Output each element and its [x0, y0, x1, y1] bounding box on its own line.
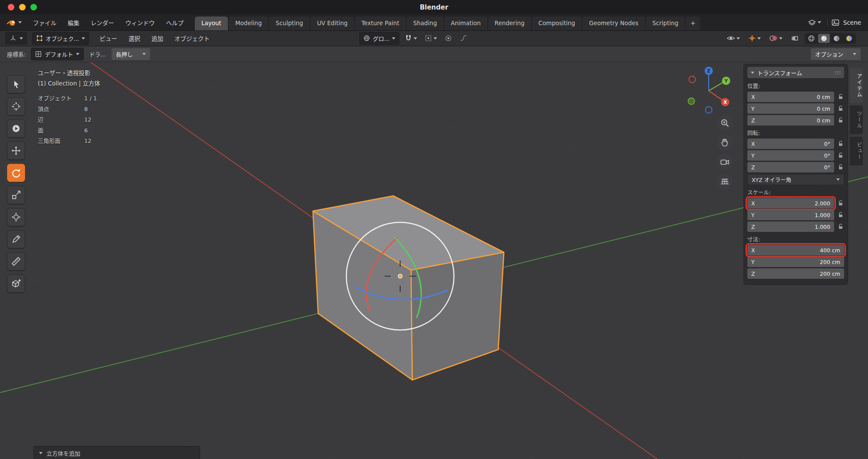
tab-modeling[interactable]: Modeling [229, 17, 268, 30]
panel-grip-icon[interactable] [835, 71, 841, 74]
show-gizmos-dropdown[interactable] [746, 33, 763, 43]
tool-cursor-button[interactable] [7, 97, 25, 116]
toggle-perspective-button[interactable] [717, 174, 733, 189]
view-controls [717, 115, 733, 189]
blender-menu-button[interactable] [6, 19, 22, 26]
menu-add[interactable]: 追加 [151, 34, 163, 43]
unlock-icon[interactable] [837, 200, 844, 207]
unlock-icon[interactable] [837, 117, 844, 124]
toggle-xray-button[interactable] [789, 33, 801, 43]
transform-orientation-dropdown[interactable]: グロ... [359, 32, 399, 45]
navigation-gizmo[interactable]: Z Y X [683, 65, 735, 117]
rotation-y-field[interactable]: Y 0° [747, 150, 834, 161]
tab-geometry-nodes[interactable]: Geometry Nodes [582, 17, 645, 30]
rotation-z-field[interactable]: Z 0° [747, 162, 834, 172]
tool-rotate-button[interactable] [7, 164, 25, 182]
zoom-window-button[interactable] [30, 4, 37, 10]
axis-neg-y-ball[interactable] [688, 98, 695, 105]
operator-panel[interactable]: 立方体を追加 [33, 446, 200, 459]
tool-transform-button[interactable] [7, 208, 25, 226]
axis-value: 0° [824, 141, 830, 147]
view-layer-dropdown[interactable] [806, 17, 823, 28]
dimensions-x-field[interactable]: X 400 cm [747, 245, 844, 255]
proportional-editing-button[interactable] [442, 33, 454, 43]
rendered-sphere-icon [845, 35, 853, 42]
material-shading-button[interactable] [831, 34, 842, 43]
location-x-field[interactable]: X 0 cm [747, 92, 834, 102]
object-visibility-dropdown[interactable] [724, 33, 742, 43]
snap-target-dropdown[interactable] [422, 33, 439, 43]
view-layer-icon [808, 19, 816, 26]
location-y-field[interactable]: Y 0 cm [747, 103, 834, 114]
viewport-canvas[interactable] [0, 62, 868, 459]
proportional-falloff-button[interactable] [457, 33, 470, 43]
drag-action-dropdown[interactable]: 長押し [111, 48, 151, 60]
show-overlays-dropdown[interactable] [767, 33, 785, 43]
tab-texture-paint[interactable]: Texture Paint [355, 17, 406, 30]
scale-z-field[interactable]: Z 1.000 [747, 221, 834, 232]
rendered-shading-button[interactable] [843, 34, 855, 43]
menu-view[interactable]: ビュー [99, 34, 117, 43]
tool-add-cube-button[interactable] [7, 274, 25, 293]
menu-window[interactable]: ウィンドウ [125, 18, 155, 27]
tool-annotate-button[interactable] [7, 230, 25, 248]
options-dropdown[interactable]: オプション [810, 48, 861, 60]
minimize-window-button[interactable] [19, 4, 26, 10]
pan-view-button[interactable] [717, 135, 733, 150]
tab-shading[interactable]: Shading [407, 17, 444, 30]
unlock-icon[interactable] [837, 140, 844, 147]
tool-scale-button[interactable] [7, 186, 25, 204]
unlock-icon[interactable] [837, 164, 844, 171]
editor-type-dropdown[interactable] [5, 32, 27, 44]
axis-neg-z-ball[interactable] [706, 107, 712, 113]
camera-view-button[interactable] [717, 154, 733, 170]
object-origin [398, 274, 402, 278]
tab-compositing[interactable]: Compositing [532, 17, 582, 30]
menu-select[interactable]: 選択 [128, 34, 140, 43]
mode-selector-dropdown[interactable]: オブジェク... [32, 32, 89, 45]
menu-edit[interactable]: 編集 [68, 18, 79, 27]
snap-toggle-dropdown[interactable] [402, 33, 419, 43]
add-workspace-button[interactable]: + [686, 17, 700, 30]
sidebar-tab-view[interactable]: ビュー [850, 137, 863, 165]
unlock-icon[interactable] [837, 152, 844, 159]
wireframe-shading-button[interactable] [806, 34, 817, 43]
tab-sculpting[interactable]: Sculpting [269, 17, 309, 30]
rotation-x-field[interactable]: X 0° [747, 139, 834, 149]
sidebar-tab-item[interactable]: アイテム [850, 68, 863, 103]
sidebar-tab-tool[interactable]: ツール [850, 106, 863, 134]
tab-animation[interactable]: Animation [444, 17, 487, 30]
tab-scripting[interactable]: Scripting [646, 17, 685, 30]
dimensions-z-field[interactable]: Z 200 cm [747, 268, 844, 279]
tool-select-circle-button[interactable] [7, 119, 25, 138]
scale-x-field[interactable]: X 2.000 [747, 198, 834, 208]
unlock-icon[interactable] [837, 211, 844, 218]
tool-move-button[interactable] [7, 142, 25, 160]
dimensions-y-field[interactable]: Y 200 cm [747, 257, 844, 267]
menu-file[interactable]: ファイル [33, 18, 56, 27]
scene-name[interactable]: Scene [843, 19, 861, 26]
zoom-view-button[interactable] [717, 115, 733, 131]
transform-panel-header[interactable]: トランスフォーム [747, 67, 844, 78]
unlock-icon[interactable] [837, 223, 844, 230]
close-window-button[interactable] [8, 4, 14, 10]
rotate-icon [11, 168, 21, 178]
rotation-mode-dropdown[interactable]: XYZ オイラー角 [747, 174, 844, 185]
menu-render[interactable]: レンダー [91, 18, 114, 27]
orientation-label: グロ... [373, 34, 389, 43]
menu-help[interactable]: ヘルプ [166, 18, 184, 27]
axis-neg-x-ball[interactable] [689, 76, 696, 83]
tab-layout[interactable]: Layout [195, 17, 228, 30]
viewport-3d[interactable]: ユーザー・透視投影 (1) Collection | 立方体 オブジェクト1 /… [0, 62, 868, 459]
menu-object[interactable]: オブジェクト [174, 34, 210, 43]
tool-measure-button[interactable] [7, 252, 25, 271]
unlock-icon[interactable] [837, 105, 844, 112]
unlock-icon[interactable] [837, 93, 844, 100]
location-z-field[interactable]: Z 0 cm [747, 115, 834, 125]
scale-y-field[interactable]: Y 1.000 [747, 210, 834, 220]
tool-select-box-button[interactable] [7, 75, 25, 93]
solid-shading-button[interactable] [818, 34, 830, 43]
coord-system-dropdown[interactable]: デフォルト [31, 48, 84, 60]
tab-rendering[interactable]: Rendering [488, 17, 531, 30]
tab-uv-editing[interactable]: UV Editing [310, 17, 354, 30]
